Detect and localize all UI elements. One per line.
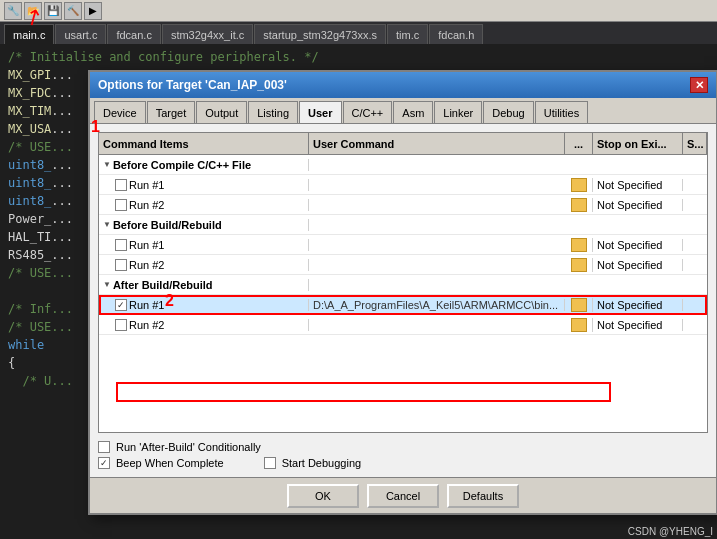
expand-icon-3[interactable]: ▼ [103, 280, 111, 289]
expand-icon-2[interactable]: ▼ [103, 220, 111, 229]
tab-debug[interactable]: Debug [483, 101, 533, 123]
cell-after-build-run1-cmd[interactable]: D:\A_A_ProgramFiles\A_Keil5\ARM\ARMCC\bi… [309, 299, 565, 311]
checkbox-start-debug[interactable] [264, 457, 276, 469]
checkbox-beep[interactable]: ✓ [98, 457, 110, 469]
toolbar-icon-2[interactable]: 📂 [24, 2, 42, 20]
tab-user[interactable]: User [299, 101, 341, 123]
cell-before-build-run1-label: Run #1 [99, 239, 309, 251]
checkbox-before-compile-run2[interactable] [115, 199, 127, 211]
code-line: /* Initialise and configure peripherals.… [8, 48, 709, 66]
check-row-beep: ✓ Beep When Complete [98, 457, 224, 469]
tab-output[interactable]: Output [196, 101, 247, 123]
tab-device[interactable]: Device [94, 101, 146, 123]
tab-usart-c[interactable]: usart.c [55, 24, 106, 44]
checkbox-after-build-conditional[interactable] [98, 441, 110, 453]
toolbar-icon-5[interactable]: ▶ [84, 2, 102, 20]
label-after-build-conditional: Run 'After-Build' Conditionally [116, 441, 261, 453]
dialog-content: Command Items User Command ... Stop on E… [90, 124, 716, 477]
cell-before-build-run2-label: Run #2 [99, 259, 309, 271]
tab-main-c[interactable]: main.c [4, 24, 54, 44]
expand-icon[interactable]: ▼ [103, 160, 111, 169]
folder-icon[interactable] [571, 198, 587, 212]
cell-before-build-run1-stop: Not Specified [593, 239, 683, 251]
th-dots: ... [565, 133, 593, 154]
tab-startup[interactable]: startup_stm32g473xx.s [254, 24, 386, 44]
folder-icon[interactable] [571, 238, 587, 252]
cell-before-build-run2-dots[interactable] [565, 258, 593, 272]
th-command-items: Command Items [99, 133, 309, 154]
tab-listing[interactable]: Listing [248, 101, 298, 123]
label-beep: Beep When Complete [116, 457, 224, 469]
label-start-debug: Start Debugging [282, 457, 362, 469]
checkbox-before-compile-run1[interactable] [115, 179, 127, 191]
tab-bar: main.c usart.c fdcan.c stm32g4xx_it.c st… [0, 22, 717, 44]
row-after-build-run1[interactable]: ✓ Run #1 D:\A_A_ProgramFiles\A_Keil5\ARM… [99, 295, 707, 315]
th-user-command: User Command [309, 133, 565, 154]
folder-icon[interactable] [571, 318, 587, 332]
row-before-compile-run2[interactable]: Run #2 Not Specified [99, 195, 707, 215]
cell-after-build-run2-label: Run #2 [99, 319, 309, 331]
cell-before-compile-run1-label: Run #1 [99, 179, 309, 191]
watermark: CSDN @YHENG_I [628, 526, 713, 537]
table-header: Command Items User Command ... Stop on E… [99, 133, 707, 155]
cell-before-compile-run2-stop: Not Specified [593, 199, 683, 211]
checkbox-before-build-run1[interactable] [115, 239, 127, 251]
section-after-build: ▼ After Build/Rebuild [99, 275, 707, 295]
table-body: ▼ Before Compile C/C++ File Run #1 [99, 155, 707, 432]
cancel-button[interactable]: Cancel [367, 484, 439, 508]
checkbox-after-build-run1[interactable]: ✓ [115, 299, 127, 311]
row-before-compile-run1[interactable]: Run #1 Not Specified [99, 175, 707, 195]
cell-before-compile-run1-dots[interactable] [565, 178, 593, 192]
checkbox-before-build-run2[interactable] [115, 259, 127, 271]
cell-after-build-run2-dots[interactable] [565, 318, 593, 332]
cell-after-build-run1-label: ✓ Run #1 [99, 299, 309, 311]
ok-button[interactable]: OK [287, 484, 359, 508]
section-before-build: ▼ Before Build/Rebuild [99, 215, 707, 235]
section-before-compile: ▼ Before Compile C/C++ File [99, 155, 707, 175]
folder-icon[interactable] [571, 298, 587, 312]
toolbar-icon-3[interactable]: 💾 [44, 2, 62, 20]
row-before-build-run1[interactable]: Run #1 Not Specified [99, 235, 707, 255]
cell-before-compile-run1-stop: Not Specified [593, 179, 683, 191]
folder-icon[interactable] [571, 258, 587, 272]
tab-cpp[interactable]: C/C++ [343, 101, 393, 123]
dialog-title-bar: Options for Target 'Can_IAP_003' ✕ [90, 72, 716, 98]
options-dialog: Options for Target 'Can_IAP_003' ✕ Devic… [88, 70, 717, 515]
th-s: S... [683, 133, 707, 154]
tab-fdcan-h[interactable]: fdcan.h [429, 24, 483, 44]
defaults-button[interactable]: Defaults [447, 484, 519, 508]
row-before-build-run2[interactable]: Run #2 Not Specified [99, 255, 707, 275]
cell-before-build-run1-dots[interactable] [565, 238, 593, 252]
toolbar-icon-4[interactable]: 🔨 [64, 2, 82, 20]
row-after-build-run2[interactable]: Run #2 Not Specified [99, 315, 707, 335]
section-label-before-compile: ▼ Before Compile C/C++ File [99, 159, 309, 171]
cell-before-build-run2-stop: Not Specified [593, 259, 683, 271]
tab-asm[interactable]: Asm [393, 101, 433, 123]
th-stop-on-exit: Stop on Exi... [593, 133, 683, 154]
dialog-close-button[interactable]: ✕ [690, 77, 708, 93]
dialog-title: Options for Target 'Can_IAP_003' [98, 78, 287, 92]
tab-utilities[interactable]: Utilities [535, 101, 588, 123]
tab-target[interactable]: Target [147, 101, 196, 123]
section-label-after-build: ▼ After Build/Rebuild [99, 279, 309, 291]
cell-after-build-run2-stop: Not Specified [593, 319, 683, 331]
dialog-buttons: OK Cancel Defaults [90, 477, 716, 513]
cell-after-build-run1-dots[interactable] [565, 298, 593, 312]
cell-before-compile-run2-label: Run #2 [99, 199, 309, 211]
checkbox-after-build-run2[interactable] [115, 319, 127, 331]
toolbar-icon-1[interactable]: 🔧 [4, 2, 22, 20]
check-row-after-build: Run 'After-Build' Conditionally [98, 441, 708, 453]
cell-before-compile-run2-dots[interactable] [565, 198, 593, 212]
tab-stm32g4xx-it-c[interactable]: stm32g4xx_it.c [162, 24, 253, 44]
dialog-tab-bar: Device Target Output Listing User C/C++ … [90, 98, 716, 124]
check-row-start-debug: Start Debugging [264, 457, 362, 469]
dialog-bottom-options: Run 'After-Build' Conditionally ✓ Beep W… [98, 441, 708, 469]
command-table: Command Items User Command ... Stop on E… [98, 132, 708, 433]
tab-linker[interactable]: Linker [434, 101, 482, 123]
toolbar: 🔧 📂 💾 🔨 ▶ [0, 0, 717, 22]
tab-tim-c[interactable]: tim.c [387, 24, 428, 44]
section-label-before-build: ▼ Before Build/Rebuild [99, 219, 309, 231]
folder-icon[interactable] [571, 178, 587, 192]
cell-after-build-run1-stop: Not Specified [593, 299, 683, 311]
tab-fdcan-c[interactable]: fdcan.c [107, 24, 160, 44]
